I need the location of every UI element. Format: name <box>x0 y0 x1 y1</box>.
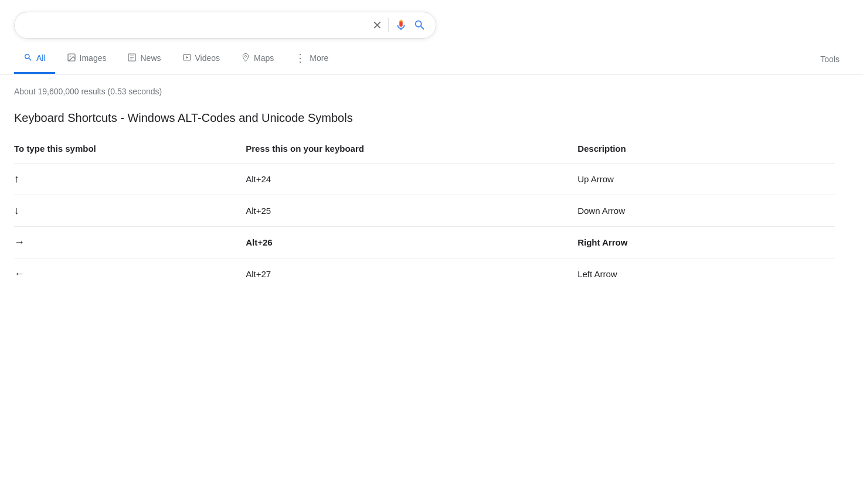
cell-keyboard: Alt+27 <box>241 258 573 290</box>
maps-icon <box>241 53 250 64</box>
result-card: Keyboard Shortcuts - Windows ALT-Codes a… <box>0 102 863 290</box>
table-row: →Alt+26Right Arrow <box>14 227 835 258</box>
svg-point-1 <box>69 55 70 56</box>
tools-button[interactable]: Tools <box>811 47 849 72</box>
divider <box>388 18 389 32</box>
tab-videos[interactable]: Videos <box>173 46 230 74</box>
search-bar-icons: ✕ <box>372 18 426 32</box>
cell-description: Down Arrow <box>573 195 835 227</box>
search-input[interactable]: arrow right alt code <box>24 19 366 32</box>
table-row: ↑Alt+24Up Arrow <box>14 164 835 195</box>
tab-videos-label: Videos <box>195 53 220 63</box>
tab-news[interactable]: News <box>118 46 170 74</box>
cell-keyboard: Alt+26 <box>241 227 573 258</box>
cell-description: Left Arrow <box>573 258 835 290</box>
tab-news-label: News <box>140 53 161 63</box>
cell-symbol: ← <box>14 258 241 290</box>
tab-all[interactable]: All <box>14 46 55 74</box>
search-bar-area: arrow right alt code ✕ <box>0 0 863 39</box>
cell-symbol: ↑ <box>14 164 241 195</box>
news-icon <box>127 53 137 64</box>
cell-symbol: → <box>14 227 241 258</box>
mic-icon[interactable] <box>395 19 407 32</box>
tab-images-label: Images <box>80 53 107 63</box>
tab-more[interactable]: ⋮ More <box>286 45 338 74</box>
shortcut-table: To type this symbol Press this on your k… <box>14 137 835 290</box>
images-icon <box>67 53 76 64</box>
svg-marker-7 <box>186 56 188 59</box>
nav-tabs: All Images News <box>0 45 863 75</box>
tab-all-label: All <box>36 53 46 63</box>
cell-description: Right Arrow <box>573 227 835 258</box>
result-title[interactable]: Keyboard Shortcuts - Windows ALT-Codes a… <box>14 111 849 125</box>
col-header-symbol: To type this symbol <box>14 137 241 164</box>
results-count: About 19,600,000 results (0.53 seconds) <box>14 87 162 96</box>
cell-description: Up Arrow <box>573 164 835 195</box>
table-row: ↓Alt+25Down Arrow <box>14 195 835 227</box>
search-submit-icon[interactable] <box>413 19 426 32</box>
tab-maps-label: Maps <box>254 53 274 63</box>
results-info: About 19,600,000 results (0.53 seconds) <box>0 75 863 102</box>
search-bar: arrow right alt code ✕ <box>14 12 436 39</box>
tab-images[interactable]: Images <box>57 46 116 74</box>
tab-more-label: More <box>310 53 328 63</box>
more-dots-icon: ⋮ <box>295 52 306 64</box>
cell-keyboard: Alt+25 <box>241 195 573 227</box>
cell-keyboard: Alt+24 <box>241 164 573 195</box>
tools-label: Tools <box>820 55 840 64</box>
clear-icon[interactable]: ✕ <box>372 18 382 32</box>
table-header-row: To type this symbol Press this on your k… <box>14 137 835 164</box>
tab-maps[interactable]: Maps <box>232 46 283 74</box>
videos-icon <box>182 53 192 64</box>
cell-symbol: ↓ <box>14 195 241 227</box>
col-header-keyboard: Press this on your keyboard <box>241 137 573 164</box>
col-header-desc: Description <box>573 137 835 164</box>
table-row: ←Alt+27Left Arrow <box>14 258 835 290</box>
all-search-icon <box>23 53 33 64</box>
